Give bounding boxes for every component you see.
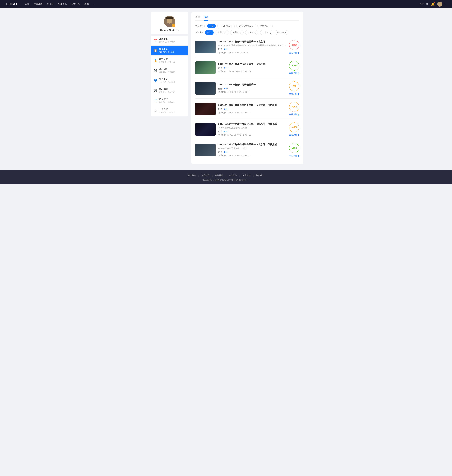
exam-thumbnail [195, 82, 216, 95]
status-badge: 未通过 [289, 40, 299, 50]
view-detail-button[interactable]: 查看详情 ❯ [289, 113, 299, 116]
cert-label: 证书荣誉 [159, 58, 175, 61]
cert-sub: 收获荣誉、持证上岗 [159, 61, 175, 63]
nav-quiz[interactable]: 题库 [84, 3, 89, 6]
avatar-image [437, 2, 442, 7]
nav-discover[interactable]: 发现课程 [34, 3, 43, 6]
status-filter-all[interactable]: 全部 [205, 30, 214, 35]
nav-opencourse[interactable]: 公开课 [47, 3, 53, 6]
order-label: 订单管理 [159, 98, 175, 101]
quiz-sub: 海量习题、助力通关 [159, 51, 175, 53]
sidebar: 🏅 Natalie Smith ✎ 📅 课程中心 精彩课程、不容错过 📋 题库中… [151, 12, 188, 164]
exam-title: 2017–2018年行测证件考试全国统一（北京卷）付费批卷 [218, 122, 286, 126]
type-filter-cert[interactable]: 证书类考试(4) [217, 24, 235, 28]
view-detail-button[interactable]: 查看详情 ❯ [289, 154, 299, 157]
status-filter-reviewed[interactable]: 已批阅(2) [275, 30, 288, 35]
sidebar-item-qa[interactable]: 💬 学习问答 课后重温、疑难解答 [151, 66, 188, 76]
account-label: 账户中心 [159, 78, 175, 81]
type-filter-row: 考试类型： 全部 证书类考试(4) 随机抽题考试(5) 付费批卷(6) [195, 24, 299, 28]
settings-icon: ⚙ [154, 109, 157, 113]
exam-title: 2017–2018年行测证件考试全国统一 [218, 83, 286, 86]
sidebar-item-course[interactable]: 📅 课程中心 精彩课程、不容错过 [151, 35, 188, 46]
footer-sitemap[interactable]: 网站地图 [213, 174, 226, 177]
exam-item: 2017–2018年行测证件考试全国统一 得分：99分 考试时间：2019–05… [195, 78, 299, 99]
exam-time: 考试时间：2019–05–03 10：09：09 [218, 134, 286, 136]
status-badge: 已通过 [289, 61, 299, 71]
exam-thumbnail [195, 144, 216, 156]
chevron-down-icon[interactable]: ▾ [445, 3, 446, 5]
exam-item: 2017–2018年行测证件考试全国统一（北京卷）付费批卷 得分：25分 考试时… [195, 99, 299, 119]
view-detail-button[interactable]: 查看详情 ❯ [289, 51, 299, 54]
nav-links: 首页 发现课程 公开课 新闻资讯 问答社区 题库 ··· [25, 3, 419, 6]
course-icon: 📅 [154, 39, 157, 42]
qa-text: 学习问答 课后重温、疑难解答 [159, 68, 175, 73]
nav-home[interactable]: 首页 [25, 3, 29, 6]
order-text: 订单管理 订单支出、明明白白 [159, 98, 175, 103]
settings-text: 个人设置 个人信息、一键管理 [159, 108, 175, 114]
nav-more[interactable]: ··· [93, 3, 95, 6]
navbar: LOGO 首页 发现课程 公开课 新闻资讯 问答社区 题库 ··· APP下载 … [0, 0, 452, 8]
status-filter-awaiting[interactable]: 待批阅(2) [260, 30, 273, 35]
exam-desc: 2018年行测考试是最值得多去研究 [218, 147, 286, 150]
logo: LOGO [6, 2, 17, 6]
account-sub: 个人权益、实时掌握 [159, 81, 175, 83]
status-filter-failed[interactable]: 未通过(2) [230, 30, 244, 35]
nav-app-download[interactable]: APP下载 [419, 3, 428, 6]
tab-quiz[interactable]: 题库 [195, 16, 200, 20]
type-filter-random[interactable]: 随机抽题考试(5) [236, 24, 256, 28]
edit-icon[interactable]: ✎ [177, 29, 179, 32]
sidebar-item-account[interactable]: 💙 账户中心 个人权益、实时掌握 [151, 76, 188, 86]
footer-copyright: Copyright© 云朵商学院 版权所有 京ICP备17051340号–1 [0, 179, 452, 181]
nav-qa[interactable]: 问答社区 [71, 3, 80, 6]
footer-partner[interactable]: 合作伙伴 [226, 174, 239, 177]
footer-links: 关于我们 | 加盟代理 | 网站地图 | 合作伙伴 | 免责声明 | 招贤纳士 [0, 174, 452, 177]
settings-label: 个人设置 [159, 108, 175, 111]
sidebar-item-cert[interactable]: 🏅 证书荣誉 收获荣誉、持证上岗 [151, 56, 188, 66]
exam-title: 2017–2018年行测证件考试全国统一（北京卷） [218, 40, 286, 43]
nav-news[interactable]: 新闻资讯 [58, 3, 67, 6]
footer-disclaimer[interactable]: 免责声明 [240, 174, 253, 177]
avatar[interactable] [437, 2, 442, 7]
exam-thumbnail [195, 61, 216, 74]
exam-title: 2017–2018年行测证件考试全国统一（北京卷） [218, 63, 286, 66]
status-filter-pending[interactable]: 待考试(2) [245, 30, 259, 35]
exam-score-value: 99 [224, 130, 226, 133]
quiz-icon: 📋 [154, 49, 157, 52]
exam-score: 得分：99分 [218, 130, 286, 133]
cert-text: 证书荣誉 收获荣誉、持证上岗 [159, 58, 175, 63]
sidebar-item-settings[interactable]: ⚙ 个人设置 个人信息、一键管理 [151, 106, 188, 116]
exam-score: 得分：99分 [218, 67, 286, 69]
message-icon: 💬 [154, 89, 157, 93]
exam-score-value: 25 [224, 48, 226, 50]
view-detail-button[interactable]: 查看详情 ❯ [289, 72, 299, 75]
exam-score-value: 99 [224, 87, 226, 90]
sidebar-item-message[interactable]: 💬 我的消息 消息通知、及时了解 [151, 86, 188, 96]
footer-jobs[interactable]: 招贤纳士 [254, 174, 267, 177]
exam-score-value: 25 [224, 108, 226, 110]
status-badge: 已批阅 [289, 143, 299, 153]
bell-button[interactable]: 🔔 [431, 2, 435, 6]
exam-thumbnail [195, 123, 216, 136]
footer: 关于我们 | 加盟代理 | 网站地图 | 合作伙伴 | 免责声明 | 招贤纳士 … [0, 170, 452, 184]
order-sub: 订单支出、明明白白 [159, 101, 175, 103]
course-label: 课程中心 [159, 38, 175, 41]
status-filter-label: 考试状态 [195, 31, 203, 34]
sidebar-item-order[interactable]: 📄 订单管理 订单支出、明明白白 [151, 96, 188, 106]
view-detail-button[interactable]: 查看详情 ❯ [289, 93, 299, 95]
view-detail-button[interactable]: 查看详情 ❯ [289, 134, 299, 136]
type-filter-paid[interactable]: 付费批卷(6) [257, 24, 273, 28]
footer-franchise[interactable]: 加盟代理 [199, 174, 212, 177]
status-filter-passed[interactable]: 已通过(2) [215, 30, 229, 35]
exam-time: 考试时间：2019–05–03 10：09：09 [218, 111, 286, 114]
sidebar-item-quiz[interactable]: 📋 题库中心 海量习题、助力通关 [151, 46, 188, 56]
exam-item: 2017–2018年行测证件考试全国统一（北京卷）付费批卷 2018年行测考试是… [195, 119, 299, 140]
exam-time: 考试时间：2019–05–03 10:09:09 [218, 51, 286, 54]
status-filter-row: 考试状态 全部 已通过(2) 未通过(2) 待考试(2) 待批阅(2) 已批阅(… [195, 30, 299, 35]
course-sub: 精彩课程、不容错过 [159, 41, 175, 43]
type-filter-all[interactable]: 全部 [207, 24, 216, 28]
exam-score: 得分：99分 [218, 87, 286, 90]
exam-score: 得分：25分 [218, 151, 286, 154]
footer-about[interactable]: 关于我们 [185, 174, 198, 177]
exam-title: 2017–2018年行测证件考试全国统一（北京卷）付费批卷 [218, 143, 286, 146]
tab-exam[interactable]: 考试 [204, 16, 208, 20]
